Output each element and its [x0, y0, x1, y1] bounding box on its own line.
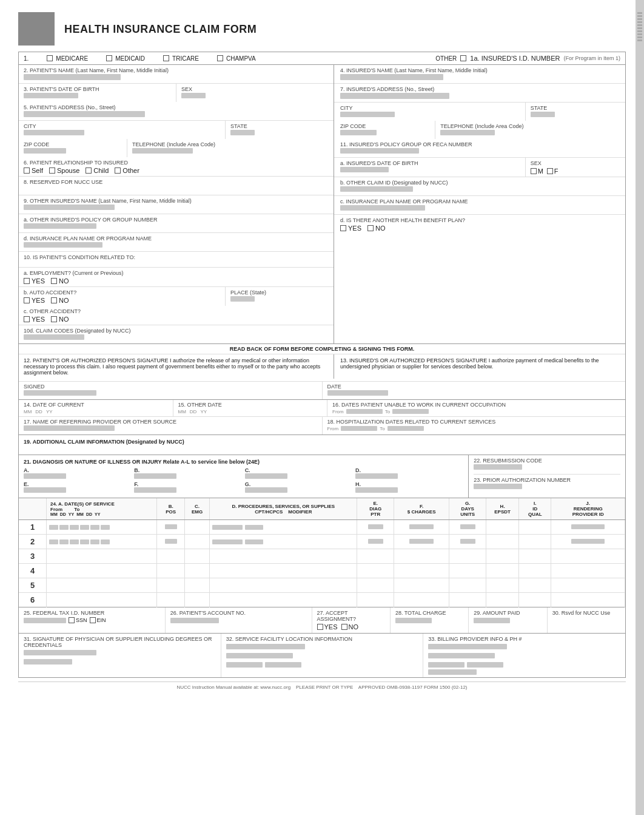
oth-acc-yes-cb[interactable] — [24, 316, 30, 322]
assign-yes[interactable]: YES — [317, 623, 338, 631]
billing-provider-npi — [428, 669, 620, 675]
insured-phone-label: TELEPHONE (Include Area Code) — [440, 123, 620, 129]
diagnosis-label: 21. DIAGNOSIS OR NATURE OF ILLNESS OR IN… — [24, 459, 260, 465]
ins-female-option[interactable]: F — [547, 167, 558, 175]
tricare-checkbox[interactable] — [163, 55, 169, 61]
sig-body: 12. PATIENT'S OR AUTHORIZED PERSON'S SIG… — [19, 354, 625, 379]
signed-value — [24, 390, 96, 396]
insurance-plan-label: d. INSURANCE PLAN NAME OR PROGRAM NAME — [24, 235, 329, 242]
referring-label: 17. NAME OF REFERRING PROVIDER OR OTHER … — [24, 419, 317, 425]
physician-sig-date — [24, 659, 72, 665]
insured-zip-value — [340, 130, 377, 135]
medicaid-option[interactable]: MEDICAID — [106, 55, 145, 62]
self-option[interactable]: Self — [24, 167, 43, 174]
ssn-option[interactable]: SSN — [69, 617, 87, 623]
service-date-headers: From To — [50, 507, 153, 512]
ins-male-option[interactable]: M — [531, 167, 543, 175]
assign-no-cb[interactable] — [341, 624, 347, 630]
ein-cb[interactable] — [90, 617, 96, 623]
diag-d-value — [355, 473, 398, 479]
plan-no[interactable]: NO — [367, 225, 386, 232]
ssn-cb[interactable] — [69, 617, 75, 623]
diag-e: E. — [24, 481, 132, 493]
another-plan-label: d. IS THERE ANOTHER HEALTH BENEFIT PLAN? — [340, 217, 619, 223]
sex-value — [181, 93, 206, 98]
auto-no-label: NO — [59, 297, 69, 304]
medicare-option[interactable]: MEDICARE — [47, 55, 88, 62]
other-rel-checkbox[interactable] — [115, 167, 121, 174]
plan-no-cb[interactable] — [367, 225, 374, 231]
dob-field: 3. PATIENT'S DATE OF BIRTH — [19, 84, 176, 102]
medicare-checkbox[interactable] — [47, 55, 53, 61]
other-option[interactable]: Other — [115, 167, 139, 174]
physician-sig-value — [24, 650, 96, 655]
child-checkbox[interactable] — [86, 167, 92, 174]
dob-label: 3. PATIENT'S DATE OF BIRTH — [24, 86, 171, 92]
oth-acc-no[interactable]: NO — [51, 316, 69, 323]
emp-no[interactable]: NO — [51, 277, 69, 285]
insured-address-value — [340, 93, 449, 99]
auto-no-cb[interactable] — [51, 297, 57, 303]
insured-state-value — [531, 112, 555, 117]
oth-acc-yes[interactable]: YES — [24, 316, 45, 323]
insurance-row-label: 1. — [24, 55, 29, 62]
patient-address-value — [24, 111, 145, 117]
champva-checkbox[interactable] — [217, 55, 223, 61]
diag-f-value — [134, 487, 176, 493]
plan-yes-cb[interactable] — [340, 225, 346, 231]
phone-value — [132, 148, 193, 154]
total-charge-label: 28. TOTAL CHARGE — [395, 610, 463, 616]
insurance-plan-field: d. INSURANCE PLAN NAME OR PROGRAM NAME — [19, 233, 334, 252]
insured-name-value — [340, 74, 443, 80]
service-table-body: 1 — [19, 520, 625, 607]
ein-option[interactable]: EIN — [90, 617, 106, 623]
spouse-checkbox[interactable] — [49, 167, 55, 174]
other-claim-id-field: b. OTHER CLAIM ID (Designated by NUCC) — [334, 177, 625, 196]
hosp-to-value — [387, 426, 424, 431]
self-checkbox[interactable] — [24, 167, 30, 174]
medicaid-checkbox[interactable] — [106, 55, 112, 61]
row-3-num: 3 — [30, 552, 35, 561]
service-facility-content — [226, 644, 418, 668]
plan-yes[interactable]: YES — [340, 225, 361, 232]
unable-work-label: 16. DATES PATIENT UNABLE TO WORK IN CURR… — [332, 402, 620, 408]
insured-dob-sex-row: a. INSURED'S DATE OF BIRTH SEX M — [334, 158, 625, 177]
diag-f: F. — [134, 481, 242, 493]
insured-zip-label: ZIP CODE — [340, 123, 430, 129]
emp-yes-checkbox[interactable] — [24, 278, 30, 284]
ein-label: EIN — [97, 617, 106, 623]
claim-codes-field: 10d. CLAIM CODES (Designated by NUCC) — [19, 325, 334, 343]
ins-female-cb[interactable] — [547, 168, 553, 174]
ins-plan-label: c. INSURANCE PLAN NAME OR PROGRAM NAME — [340, 198, 619, 205]
tricare-option[interactable]: TRICARE — [163, 55, 199, 62]
emp-no-checkbox[interactable] — [51, 278, 57, 284]
auto-place-field: PLACE (State) — [226, 287, 334, 306]
assign-no[interactable]: NO — [341, 623, 359, 631]
patient-address-field: 5. PATIENT'S ADDRESS (No., Street) — [19, 102, 334, 121]
diag-h: H. — [355, 481, 463, 493]
other-claim-id-value — [340, 186, 413, 192]
patient-name-value — [24, 74, 121, 80]
auto-yes-cb[interactable] — [24, 297, 30, 303]
oth-acc-no-cb[interactable] — [51, 316, 57, 322]
insured-zip-field: ZIP CODE — [334, 121, 435, 139]
other-checkbox[interactable] — [460, 55, 466, 61]
child-option[interactable]: Child — [86, 167, 109, 174]
other-policy-value — [24, 223, 96, 229]
diag-b: B. — [134, 467, 242, 479]
signed-row: SIGNED DATE — [19, 381, 625, 399]
other-accident-field: c. OTHER ACCIDENT? YES NO — [19, 306, 334, 325]
sidebar-tick — [637, 36, 642, 38]
spouse-option[interactable]: Spouse — [49, 167, 79, 174]
prior-auth-value — [474, 484, 522, 489]
ins-male-cb[interactable] — [531, 168, 537, 174]
policy-group-value — [340, 148, 419, 154]
auto-yes[interactable]: YES — [24, 297, 45, 304]
assign-yes-label: YES — [324, 623, 338, 631]
assign-yes-cb[interactable] — [317, 624, 323, 630]
emp-yes[interactable]: YES — [24, 277, 45, 285]
auto-no[interactable]: NO — [51, 297, 69, 304]
champva-option[interactable]: CHAMPVA — [217, 55, 256, 62]
other-date-sub: MM DD YY — [178, 409, 323, 414]
diag-c-value — [245, 473, 287, 479]
